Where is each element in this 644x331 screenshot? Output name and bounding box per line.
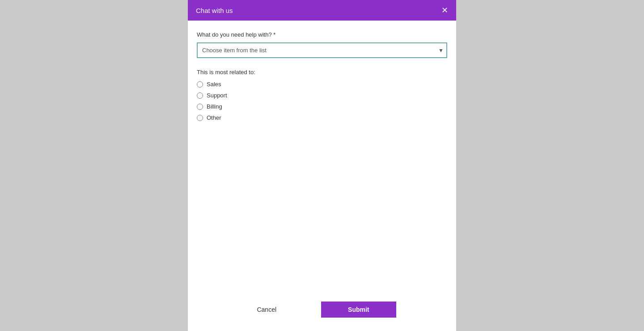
related-to-label: This is most related to: [197, 69, 447, 75]
radio-support[interactable] [197, 92, 203, 99]
help-select[interactable]: Choose item from the list General Inquir… [197, 42, 447, 58]
modal-header: Chat with us ✕ [188, 0, 456, 21]
radio-item-sales[interactable]: Sales [197, 81, 447, 88]
radio-group: Sales Support Billing Other [197, 81, 447, 121]
radio-item-billing[interactable]: Billing [197, 103, 447, 110]
modal-close-button[interactable]: ✕ [441, 6, 448, 14]
submit-button[interactable]: Submit [321, 302, 396, 318]
radio-sales-label: Sales [207, 81, 221, 88]
radio-other[interactable] [197, 115, 203, 121]
modal-title: Chat with us [196, 7, 233, 14]
modal-body: What do you need help with? * Choose ite… [188, 21, 456, 297]
radio-sales[interactable] [197, 81, 203, 88]
radio-item-support[interactable]: Support [197, 92, 447, 99]
radio-support-label: Support [207, 92, 227, 99]
modal-footer: Cancel Submit [188, 297, 456, 331]
radio-billing-label: Billing [207, 103, 222, 110]
chat-modal: Chat with us ✕ What do you need help wit… [188, 0, 456, 331]
help-select-wrapper: Choose item from the list General Inquir… [197, 42, 447, 58]
help-field-label: What do you need help with? * [197, 31, 447, 38]
modal-overlay: Chat with us ✕ What do you need help wit… [0, 0, 644, 331]
radio-item-other[interactable]: Other [197, 114, 447, 121]
radio-billing[interactable] [197, 104, 203, 110]
radio-other-label: Other [207, 114, 221, 121]
cancel-button[interactable]: Cancel [248, 302, 285, 317]
